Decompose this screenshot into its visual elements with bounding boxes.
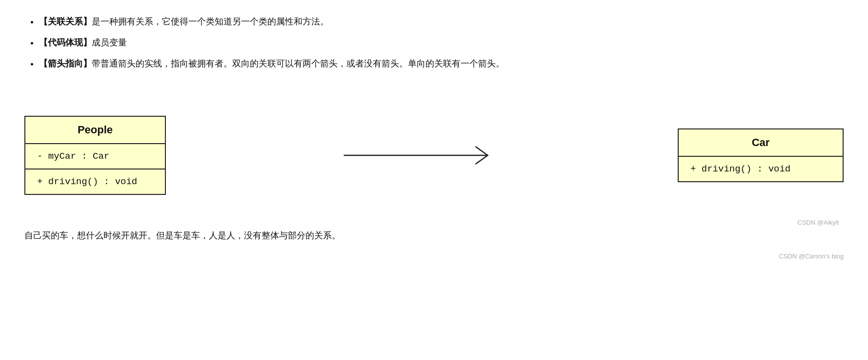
outer-watermark: CSDN @Carson's blog <box>24 253 844 260</box>
people-class-title: People <box>25 117 165 144</box>
bullet-keyword-1: 【关联关系】 <box>39 17 92 26</box>
people-class-box: People - myCar : Car + driving() : void <box>24 116 166 195</box>
bullet-item-2: 【代码体现】成员变量 <box>39 36 844 50</box>
car-class-box: Car + driving() : void <box>678 128 844 182</box>
people-attribute-row: - myCar : Car <box>25 144 165 169</box>
bullet-keyword-3: 【箭头指向】 <box>39 59 92 68</box>
association-arrow <box>166 141 678 170</box>
bullet-keyword-2: 【代码体现】 <box>39 38 92 47</box>
uml-diagram-wrapper: People - myCar : Car + driving() : void … <box>24 77 844 229</box>
arrow-container <box>166 97 678 214</box>
car-class-title: Car <box>679 129 843 157</box>
bullet-text-2: 成员变量 <box>92 38 127 47</box>
footer-text: 自己买的车，想什么时候开就开。但是车是车，人是人，没有整体与部分的关系。 <box>24 229 844 243</box>
bullet-list: 【关联关系】是一种拥有关系，它使得一个类知道另一个类的属性和方法。 【代码体现】… <box>24 15 844 70</box>
bullet-item-1: 【关联关系】是一种拥有关系，它使得一个类知道另一个类的属性和方法。 <box>39 15 844 29</box>
car-method-row: + driving() : void <box>679 157 843 181</box>
people-method-row: + driving() : void <box>25 169 165 194</box>
bullet-text-3: 带普通箭头的实线，指向被拥有者。双向的关联可以有两个箭头，或者没有箭头。单向的关… <box>92 59 505 68</box>
bullet-item-3: 【箭头指向】带普通箭头的实线，指向被拥有者。双向的关联可以有两个箭头，或者没有箭… <box>39 57 844 71</box>
uml-diagram: People - myCar : Car + driving() : void … <box>24 97 844 214</box>
bullet-text-1: 是一种拥有关系，它使得一个类知道另一个类的属性和方法。 <box>92 17 329 26</box>
diagram-watermark: CSDN @Aikylt <box>797 219 839 226</box>
